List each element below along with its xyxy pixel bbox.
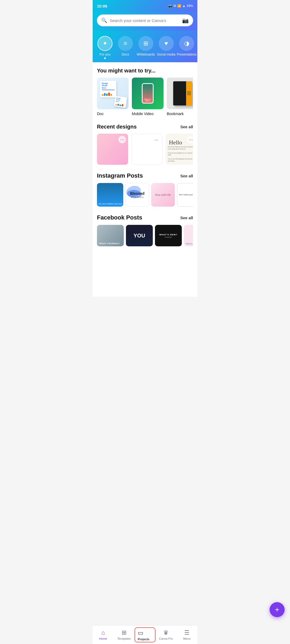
- category-docs[interactable]: ≡ Docs: [116, 35, 135, 62]
- search-bar[interactable]: 🔍 📷: [97, 14, 193, 26]
- recent-card-2-more[interactable]: ···: [153, 136, 160, 144]
- try-cards: DesignVisualDocs DesignVisua: [97, 78, 193, 116]
- insta-card-1[interactable]: the sea soothes my soul: [97, 183, 123, 207]
- recent-card-3-text: Hello: [169, 139, 182, 146]
- try-section-title: You might want to try...: [97, 68, 193, 74]
- recent-card-1-more[interactable]: ···: [118, 136, 126, 143]
- instagram-title: Instagram Posts: [97, 172, 143, 179]
- battery-icon: 49%: [187, 4, 193, 8]
- search-icon: 🔍: [101, 17, 107, 23]
- category-presentations-label: Presentations: [177, 53, 196, 56]
- try-card-doc-label: Doc: [97, 112, 104, 116]
- recent-card-3-more[interactable]: ···: [187, 136, 193, 143]
- recent-card-3[interactable]: ··· Hello We will be dropping a few more…: [166, 134, 193, 165]
- search-input[interactable]: [110, 18, 179, 23]
- fb-card-2[interactable]: YOU: [126, 225, 153, 246]
- fb-card-1-text: TRUST YOURSELF: [99, 242, 120, 245]
- recent-card-1[interactable]: ···: [97, 134, 128, 165]
- status-bar: 10:06 📷 M 📶 ▲ 49%: [93, 0, 197, 12]
- category-whiteboards[interactable]: ⊞ Whiteboards: [136, 35, 155, 62]
- main-content: You might want to try... DesignVisualDoc…: [93, 62, 197, 297]
- category-for-you-label: For you: [100, 53, 111, 56]
- recent-card-3-body: We will be dropping a few more exclusive…: [168, 146, 193, 162]
- insta-card-3[interactable]: flow with life: [151, 183, 175, 207]
- insta-card-4[interactable]: Don't waste your energy on things you ca…: [177, 183, 193, 207]
- try-card-bookmark[interactable]: Shhhhh Bookmark: [167, 78, 193, 116]
- fb-card-2-text: YOU: [133, 233, 145, 239]
- signal-icon: ▲: [182, 4, 186, 8]
- camera-icon[interactable]: 📷: [182, 17, 189, 24]
- status-time: 10:06: [97, 4, 107, 8]
- insta-card-1-text: the sea soothes my soul: [99, 203, 122, 205]
- instagram-icon: 📷: [168, 4, 172, 8]
- category-whiteboards-label: Whiteboards: [137, 53, 155, 56]
- facebook-see-all[interactable]: See all: [180, 215, 193, 220]
- recent-designs-header: Recent designs See all: [97, 124, 193, 130]
- facebook-title: Facebook Posts: [97, 214, 142, 221]
- m-icon: M: [173, 4, 176, 8]
- insta-card-4-text: Don't waste your energy on things you ca…: [179, 193, 193, 196]
- wifi-icon: 📶: [177, 4, 181, 8]
- insta-card-2-sub: BEYOND MEASURE: [130, 196, 144, 198]
- header: 🔍 📷: [93, 12, 197, 31]
- active-indicator: [104, 57, 106, 59]
- category-row: ✦ For you ≡ Docs ⊞ Whiteboards ♥ Social …: [93, 31, 197, 62]
- recent-card-2[interactable]: ···: [131, 134, 162, 165]
- facebook-cards: TRUST YOURSELF YOU WHAT'S NEW? OPENING T…: [97, 225, 193, 246]
- category-social-media[interactable]: ♥ Social media: [157, 35, 176, 62]
- insta-card-2-main: Blessed: [130, 192, 144, 196]
- recent-cards: ··· ··· ··· Hello We will be dropping a …: [97, 134, 193, 165]
- instagram-section: Instagram Posts See all the sea soothes …: [97, 172, 193, 207]
- try-card-mobile-video-label: Mobile Video: [132, 112, 154, 116]
- try-card-mobile-video[interactable]: MAKE ITMOVE Mobile Video: [132, 78, 164, 116]
- fb-card-3-text: WHAT'S NEW?: [159, 233, 177, 236]
- category-docs-label: Docs: [122, 53, 129, 56]
- fb-card-3-sub: OPENING: [165, 236, 172, 238]
- fb-card-4[interactable]: There is beauty all around: [184, 225, 193, 246]
- recent-designs-title: Recent designs: [97, 124, 137, 130]
- fb-card-4-text: There is beauty all around: [186, 243, 193, 245]
- facebook-section: Facebook Posts See all TRUST YOURSELF YO…: [97, 214, 193, 246]
- insta-card-2[interactable]: Blessed BEYOND MEASURE: [125, 183, 149, 207]
- instagram-see-all[interactable]: See all: [180, 174, 193, 178]
- recent-designs-see-all[interactable]: See all: [180, 125, 193, 129]
- facebook-header: Facebook Posts See all: [97, 214, 193, 221]
- status-icons: 📷 M 📶 ▲ 49%: [168, 4, 193, 8]
- try-card-bookmark-label: Bookmark: [167, 112, 184, 116]
- category-social-media-label: Social media: [157, 53, 176, 56]
- category-presentations[interactable]: ◑ Presentations: [177, 35, 196, 62]
- fb-card-1[interactable]: TRUST YOURSELF: [97, 225, 124, 246]
- insta-card-3-text: flow with life: [155, 193, 171, 196]
- instagram-cards: the sea soothes my soul Blessed BEYOND M…: [97, 183, 193, 207]
- category-for-you[interactable]: ✦ For you: [95, 35, 115, 62]
- try-card-doc[interactable]: DesignVisualDocs DesignVisua: [97, 78, 129, 116]
- instagram-header: Instagram Posts See all: [97, 172, 193, 179]
- fb-card-3[interactable]: WHAT'S NEW? OPENING: [155, 225, 182, 246]
